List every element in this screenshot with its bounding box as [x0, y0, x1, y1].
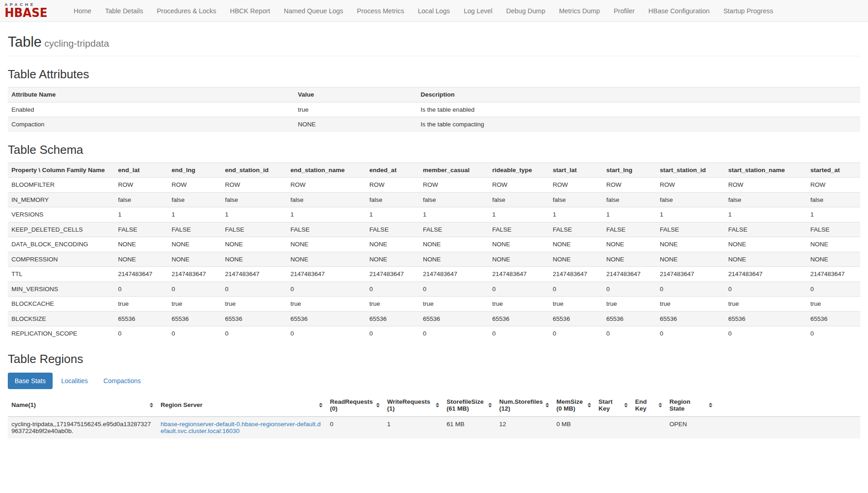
schema-property-value: NONE	[366, 237, 419, 252]
schema-property-value: 0	[656, 282, 725, 297]
schema-property-value: NONE	[221, 237, 287, 252]
schema-property-value: NONE	[221, 252, 287, 267]
schema-property-row: VERSIONS111111111111	[8, 207, 860, 222]
sort-up-arrow	[376, 403, 380, 405]
schema-property-value: 2147483647	[807, 267, 860, 282]
schema-property-value: 1	[656, 207, 725, 222]
regions-column-header-name-1[interactable]: Name(1)	[8, 395, 157, 417]
attribute-row: EnabledtrueIs the table enabled	[8, 102, 860, 117]
nav-item-named-queue-logs[interactable]: Named Queue Logs	[277, 7, 350, 15]
nav-item-log-level[interactable]: Log Level	[457, 7, 499, 15]
schema-property-name: DATA_BLOCK_ENCODING	[8, 237, 114, 252]
regions-column-label: Region State	[669, 398, 707, 412]
regions-column-label: Region Server	[161, 401, 317, 409]
schema-family-header: end_lng	[168, 163, 221, 178]
schema-property-value: 0	[366, 282, 419, 297]
page-header: Tablecycling-tripdata	[8, 34, 860, 56]
region-server-link[interactable]: hbase-regionserver-default-0.hbase-regio…	[161, 421, 321, 435]
schema-property-value: false	[287, 192, 366, 207]
schema-property-value: 65536	[366, 311, 419, 326]
schema-property-value: false	[656, 192, 725, 207]
sort-icon	[709, 403, 712, 407]
nav-item-profiler[interactable]: Profiler	[607, 7, 642, 15]
schema-property-value: 0	[549, 282, 603, 297]
sort-down-arrow	[150, 406, 153, 407]
schema-corner-header: Property \ Column Family Name	[8, 163, 114, 178]
nav-item-hbck-report[interactable]: HBCK Report	[223, 7, 277, 15]
schema-property-row: BLOCKSIZE6553665536655366553665536655366…	[8, 311, 860, 326]
schema-property-value: false	[168, 192, 221, 207]
schema-property-value: 0	[366, 326, 419, 341]
schema-property-value: true	[549, 297, 603, 312]
schema-property-value: 0	[603, 326, 656, 341]
schema-property-value: false	[725, 192, 807, 207]
page-subtitle: cycling-tripdata	[44, 38, 109, 49]
schema-property-value: 0	[114, 326, 168, 341]
nav-item-startup-progress[interactable]: Startup Progress	[717, 7, 780, 15]
schema-property-row: IN_MEMORYfalsefalsefalsefalsefalsefalsef…	[8, 192, 860, 207]
regions-header-filler	[716, 395, 860, 417]
region-tab-localities[interactable]: Localities	[54, 373, 95, 389]
schema-property-value: FALSE	[656, 222, 725, 237]
attributes-column-header: Description	[417, 87, 860, 103]
schema-property-value: 0	[168, 282, 221, 297]
regions-column-header-writerequests-1[interactable]: WriteRequests (1)	[383, 395, 443, 417]
nav-item-metrics-dump[interactable]: Metrics Dump	[552, 7, 607, 15]
nav-item-local-logs[interactable]: Local Logs	[411, 7, 457, 15]
region-tab-compactions[interactable]: Compactions	[97, 373, 148, 389]
nav-item-hbase-configuration[interactable]: HBase Configuration	[642, 7, 717, 15]
schema-property-value: 1	[807, 207, 860, 222]
schema-property-value: ROW	[725, 178, 807, 193]
nav-item-debug-dump[interactable]: Debug Dump	[499, 7, 552, 15]
schema-property-value: NONE	[366, 252, 419, 267]
schema-property-value: ROW	[807, 178, 860, 193]
schema-property-value: 0	[419, 282, 489, 297]
schema-property-value: NONE	[656, 252, 725, 267]
schema-property-value: FALSE	[489, 222, 549, 237]
region-cell-write-requests: 1	[383, 417, 443, 439]
schema-property-value: ROW	[287, 178, 366, 193]
schema-property-value: FALSE	[549, 222, 603, 237]
regions-column-header-end-key[interactable]: End Key	[631, 395, 666, 417]
regions-column-label: End Key	[635, 398, 657, 412]
regions-column-header-num-storefiles-12[interactable]: Num.Storefiles (12)	[496, 395, 553, 417]
schema-property-value: true	[366, 297, 419, 312]
regions-column-header-memsize-0-mb[interactable]: MemSize (0 MB)	[553, 395, 595, 417]
region-cell-end-key	[631, 417, 666, 439]
regions-column-header-storefilesize-61-mb[interactable]: StorefileSize (61 MB)	[443, 395, 496, 417]
schema-property-value: 0	[807, 326, 860, 341]
schema-property-value: 1	[114, 207, 168, 222]
regions-column-header-region-server[interactable]: Region Server	[157, 395, 326, 417]
regions-column-label: Name(1)	[11, 401, 148, 409]
logo-hbase-text: HBASE	[5, 7, 52, 18]
schema-property-value: NONE	[807, 252, 860, 267]
schema-property-value: NONE	[114, 237, 168, 252]
regions-column-label: MemSize (0 MB)	[556, 398, 586, 412]
regions-column-header-readrequests-0[interactable]: ReadRequests (0)	[326, 395, 383, 417]
nav-item-home[interactable]: Home	[67, 7, 98, 15]
schema-property-value: 0	[168, 326, 221, 341]
region-tab-base-stats[interactable]: Base Stats	[8, 373, 53, 389]
nav-item-table-details[interactable]: Table Details	[98, 7, 150, 15]
schema-property-value: NONE	[603, 237, 656, 252]
schema-property-value: 65536	[287, 311, 366, 326]
schema-property-value: 0	[221, 282, 287, 297]
hbase-logo[interactable]: APACHE HBASE	[5, 3, 56, 18]
nav-item-process-metrics[interactable]: Process Metrics	[350, 7, 411, 15]
nav-item-procedures-locks[interactable]: Procedures & Locks	[150, 7, 223, 15]
schema-family-header: end_station_name	[287, 163, 366, 178]
schema-property-value: ROW	[656, 178, 725, 193]
schema-property-value: 0	[603, 282, 656, 297]
sort-icon	[588, 403, 591, 407]
schema-property-value: 0	[549, 326, 603, 341]
regions-column-header-start-key[interactable]: Start Key	[595, 395, 631, 417]
schema-property-row: MIN_VERSIONS000000000000	[8, 282, 860, 297]
sort-down-arrow	[436, 406, 439, 407]
regions-column-header-region-state[interactable]: Region State	[666, 395, 716, 417]
schema-property-value: 2147483647	[656, 267, 725, 282]
schema-property-value: ROW	[114, 178, 168, 193]
schema-property-value: 0	[114, 282, 168, 297]
attribute-value: NONE	[294, 117, 417, 132]
sort-up-arrow	[588, 403, 591, 405]
schema-property-value: false	[489, 192, 549, 207]
